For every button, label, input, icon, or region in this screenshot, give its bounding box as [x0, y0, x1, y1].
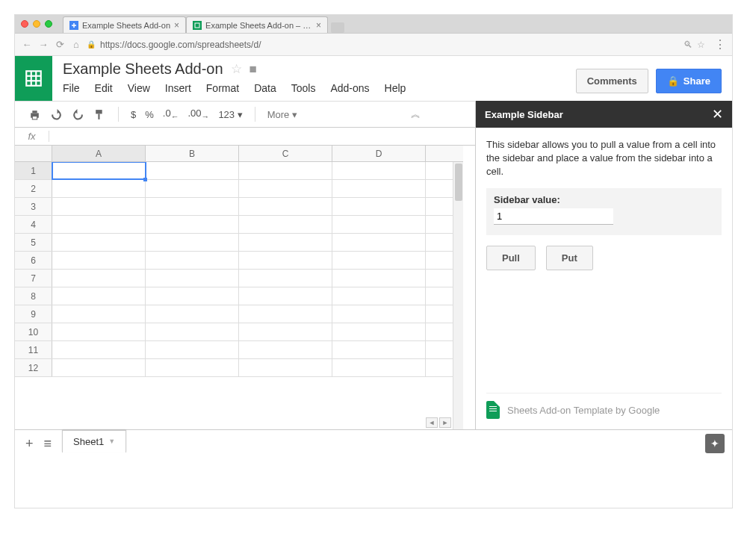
cell[interactable] — [52, 323, 146, 340]
cell[interactable] — [332, 252, 426, 269]
sidebar-value-input[interactable] — [494, 208, 613, 225]
cell[interactable] — [332, 287, 426, 305]
address-bar[interactable]: 🔒 https://docs.google.com/spreadsheets/d… — [87, 40, 705, 50]
back-button[interactable]: ← — [21, 39, 33, 50]
cell[interactable] — [239, 270, 332, 287]
cell[interactable] — [52, 180, 146, 197]
explore-button[interactable]: ✦ — [705, 434, 725, 453]
cell[interactable] — [146, 287, 239, 305]
vertical-scrollbar[interactable] — [453, 162, 463, 429]
menu-tools[interactable]: Tools — [291, 82, 316, 94]
column-header[interactable]: A — [52, 146, 146, 161]
row-header[interactable]: 1 — [15, 162, 52, 179]
spreadsheet-grid[interactable]: A B C D 123456789101112 ◄ ► — [15, 146, 463, 429]
doc-title[interactable]: Example Sheets Add-on — [63, 60, 223, 78]
menu-file[interactable]: File — [63, 82, 80, 94]
window-maximize[interactable] — [45, 20, 52, 28]
folder-icon[interactable]: ■ — [249, 62, 257, 77]
cell[interactable] — [146, 305, 239, 323]
cell[interactable] — [239, 323, 332, 340]
all-sheets-button[interactable]: ≡ — [44, 436, 52, 452]
cell[interactable] — [52, 216, 146, 233]
share-button[interactable]: 🔒 Share — [656, 69, 722, 93]
star-icon[interactable]: ☆ — [231, 61, 242, 77]
column-header[interactable]: B — [146, 146, 239, 161]
cell[interactable] — [146, 359, 239, 376]
browser-tab[interactable]: Example Sheets Add-on – Goo... × — [186, 16, 328, 33]
format-percent-button[interactable]: % — [145, 109, 154, 120]
row-header[interactable]: 2 — [15, 180, 52, 197]
cell[interactable] — [239, 359, 332, 376]
cell[interactable] — [146, 323, 239, 340]
cell[interactable] — [332, 359, 426, 376]
menu-view[interactable]: View — [128, 82, 150, 94]
more-toolbar-button[interactable]: More ▾ — [267, 109, 297, 120]
cell[interactable] — [52, 234, 146, 251]
scroll-left-button[interactable]: ◄ — [426, 417, 438, 428]
cell[interactable] — [146, 216, 239, 233]
cell[interactable] — [332, 341, 426, 358]
cell[interactable] — [146, 341, 239, 358]
pull-button[interactable]: Pull — [486, 246, 536, 270]
menu-edit[interactable]: Edit — [95, 82, 113, 94]
row-header[interactable]: 10 — [15, 323, 52, 340]
menu-insert[interactable]: Insert — [165, 82, 191, 94]
row-header[interactable]: 11 — [15, 341, 52, 358]
row-header[interactable]: 6 — [15, 252, 52, 269]
sheet-tab[interactable]: Sheet1 ▼ — [62, 430, 126, 452]
cell[interactable] — [52, 359, 146, 376]
cell[interactable] — [146, 198, 239, 215]
cell[interactable] — [239, 234, 332, 251]
put-button[interactable]: Put — [546, 246, 593, 270]
cell[interactable] — [239, 341, 332, 358]
menu-data[interactable]: Data — [254, 82, 276, 94]
row-header[interactable]: 4 — [15, 216, 52, 233]
row-header[interactable]: 8 — [15, 287, 52, 305]
column-header[interactable]: D — [332, 146, 426, 161]
cell[interactable] — [332, 198, 426, 215]
cell[interactable] — [239, 198, 332, 215]
cell[interactable] — [239, 252, 332, 269]
add-sheet-button[interactable]: + — [25, 436, 34, 452]
sheets-logo-icon[interactable] — [15, 56, 52, 101]
row-header[interactable]: 12 — [15, 359, 52, 376]
close-icon[interactable]: ✕ — [712, 106, 723, 122]
cell[interactable] — [146, 252, 239, 269]
cell[interactable] — [332, 162, 426, 179]
cell[interactable] — [146, 162, 239, 179]
cell[interactable] — [52, 305, 146, 323]
cell[interactable] — [146, 180, 239, 197]
column-header[interactable]: C — [239, 146, 332, 161]
cell[interactable] — [332, 270, 426, 287]
cell[interactable] — [239, 162, 332, 179]
paint-format-icon[interactable] — [93, 108, 106, 121]
cell[interactable] — [146, 270, 239, 287]
undo-icon[interactable] — [50, 108, 63, 121]
menu-format[interactable]: Format — [206, 82, 239, 94]
forward-button[interactable]: → — [37, 39, 49, 50]
home-button[interactable]: ⌂ — [70, 39, 82, 50]
row-header[interactable]: 7 — [15, 270, 52, 287]
cell[interactable] — [239, 180, 332, 197]
cell[interactable] — [239, 216, 332, 233]
cell[interactable] — [52, 252, 146, 269]
close-icon[interactable]: × — [316, 20, 321, 31]
cell[interactable] — [52, 341, 146, 358]
redo-icon[interactable] — [72, 108, 84, 121]
chevron-down-icon[interactable]: ▼ — [108, 438, 115, 445]
browser-menu-button[interactable]: ⋮ — [714, 37, 726, 52]
print-icon[interactable] — [28, 108, 41, 121]
cell[interactable] — [52, 198, 146, 215]
browser-tab[interactable]: Example Sheets Add-on × — [63, 16, 186, 33]
format-number-button[interactable]: 123 ▾ — [218, 109, 242, 120]
cell[interactable] — [52, 162, 146, 179]
cell[interactable] — [239, 305, 332, 323]
scroll-right-button[interactable]: ► — [439, 417, 451, 428]
cell[interactable] — [332, 216, 426, 233]
decrease-decimal-button[interactable]: .0← — [163, 108, 179, 121]
row-header[interactable]: 9 — [15, 305, 52, 323]
new-tab-button[interactable] — [331, 22, 344, 33]
cell[interactable] — [52, 270, 146, 287]
cell[interactable] — [332, 305, 426, 323]
menu-help[interactable]: Help — [385, 82, 406, 94]
